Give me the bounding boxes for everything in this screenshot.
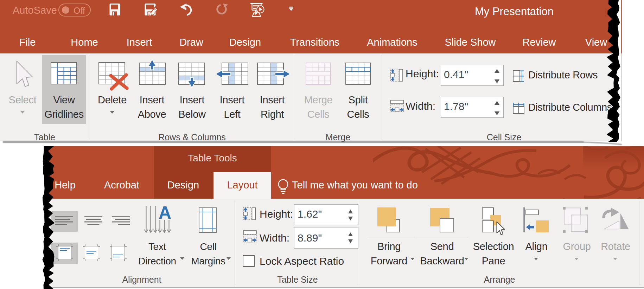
svg-text:A: A	[159, 203, 171, 223]
